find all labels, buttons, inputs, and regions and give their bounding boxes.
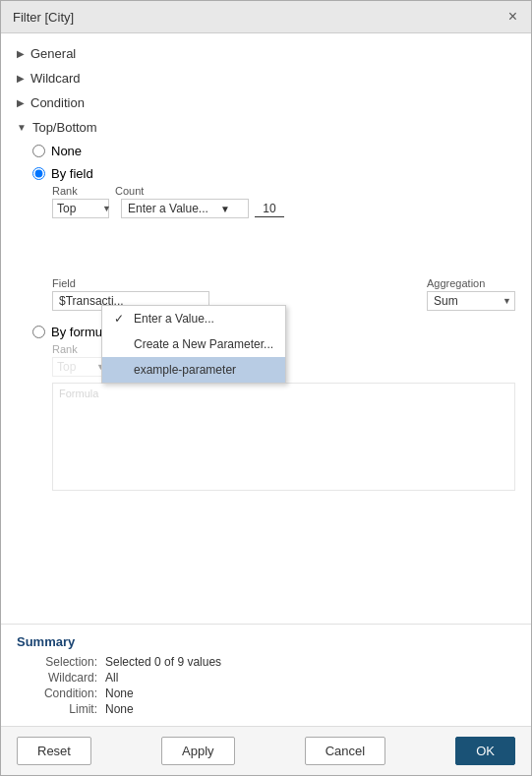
summary-grid: Selection: Selected 0 of 9 values Wildca… [17, 655, 515, 716]
radio-byformula[interactable] [32, 326, 45, 338]
section-topbottom[interactable]: ▼ Top/Bottom [17, 115, 515, 140]
summary-section: Summary Selection: Selected 0 of 9 value… [1, 624, 531, 726]
radio-byfield[interactable] [32, 167, 45, 180]
condition-label: Condition [30, 95, 85, 110]
button-bar: Reset Apply Cancel OK [1, 726, 531, 775]
value-dropdown[interactable]: Enter a Value... ▼ [121, 199, 249, 218]
count-input[interactable] [255, 201, 284, 217]
value-dropdown-text: Enter a Value... [128, 202, 208, 215]
wildcard-label: Wildcard [30, 71, 81, 86]
dropdown-item-label: Enter a Value... [134, 312, 214, 326]
none-label: None [51, 144, 82, 158]
section-general[interactable]: ▶ General [17, 41, 515, 66]
topbottom-label: Top/Bottom [32, 120, 97, 135]
apply-button[interactable]: Apply [161, 737, 235, 765]
radio-none-row[interactable]: None [32, 140, 515, 162]
summary-val-limit: None [105, 702, 515, 716]
general-label: General [30, 46, 76, 61]
radio-none[interactable] [32, 145, 45, 157]
ok-button[interactable]: OK [455, 737, 515, 765]
rank-count-labels: Rank Count [52, 185, 515, 197]
aggregation-label: Aggregation [427, 277, 515, 289]
count-col-header: Count [115, 185, 144, 197]
dropdown-item-enter-value[interactable]: ✓ Enter a Value... [102, 306, 285, 331]
aggregation-select[interactable]: Sum Average Min Max [427, 291, 515, 311]
reset-button[interactable]: Reset [17, 737, 91, 765]
summary-title: Summary [17, 634, 515, 649]
summary-val-wildcard: All [105, 671, 515, 685]
formula-textarea-wrapper: Formula [52, 383, 515, 491]
dropdown-item-label: Create a New Parameter... [134, 337, 273, 351]
check-icon: ✓ [114, 312, 130, 326]
section-condition[interactable]: ▶ Condition [17, 90, 515, 115]
chevron-right-icon: ▶ [17, 48, 25, 59]
chevron-right-icon: ▶ [17, 73, 25, 84]
dialog-content: ▶ General ▶ Wildcard ▶ Condition ▼ Top/B… [1, 33, 531, 624]
byfield-content: Rank Count Top Bottom ▼ [32, 185, 515, 311]
topbottom-content: None By field Rank Count Top [17, 140, 515, 491]
value-dropdown-container: Enter a Value... ▼ [121, 199, 249, 218]
rank-col-header: Rank [52, 185, 109, 197]
summary-val-condition: None [105, 686, 515, 700]
dropdown-menu: ✓ Enter a Value... Create a New Paramete… [101, 305, 286, 384]
dropdown-item-label: example-parameter [134, 363, 236, 377]
agg-section: Aggregation Sum Average Min Max ▼ [427, 277, 515, 311]
summary-key-condition: Condition: [17, 686, 105, 700]
title-bar: Filter [City] × [1, 1, 531, 33]
section-wildcard[interactable]: ▶ Wildcard [17, 66, 515, 90]
rank-value-row: Top Bottom ▼ Enter a Value... ▼ [52, 199, 515, 218]
filter-dialog: Filter [City] × ▶ General ▶ Wildcard ▶ C… [0, 0, 532, 776]
agg-select-wrapper[interactable]: Sum Average Min Max ▼ [427, 291, 515, 311]
value-dropdown-arrow: ▼ [220, 204, 230, 214]
cancel-button[interactable]: Cancel [305, 737, 385, 765]
summary-key-selection: Selection: [17, 655, 105, 669]
dropdown-item-new-param[interactable]: Create a New Parameter... [102, 331, 285, 357]
summary-key-wildcard: Wildcard: [17, 671, 105, 685]
chevron-down-icon: ▼ [17, 122, 27, 133]
byfield-label: By field [51, 166, 93, 181]
formula-placeholder: Formula [53, 384, 514, 403]
close-button[interactable]: × [506, 9, 519, 25]
dropdown-item-example-param[interactable]: example-parameter [102, 357, 285, 383]
summary-key-limit: Limit: [17, 702, 105, 716]
rank-select[interactable]: Top Bottom [52, 199, 109, 218]
rank-select-wrapper[interactable]: Top Bottom ▼ [52, 199, 115, 218]
dialog-title: Filter [City] [13, 10, 74, 25]
field-label: Field [52, 277, 209, 289]
chevron-right-icon: ▶ [17, 97, 25, 108]
radio-byfield-row[interactable]: By field [32, 162, 515, 185]
summary-val-selection: Selected 0 of 9 values [105, 655, 515, 669]
